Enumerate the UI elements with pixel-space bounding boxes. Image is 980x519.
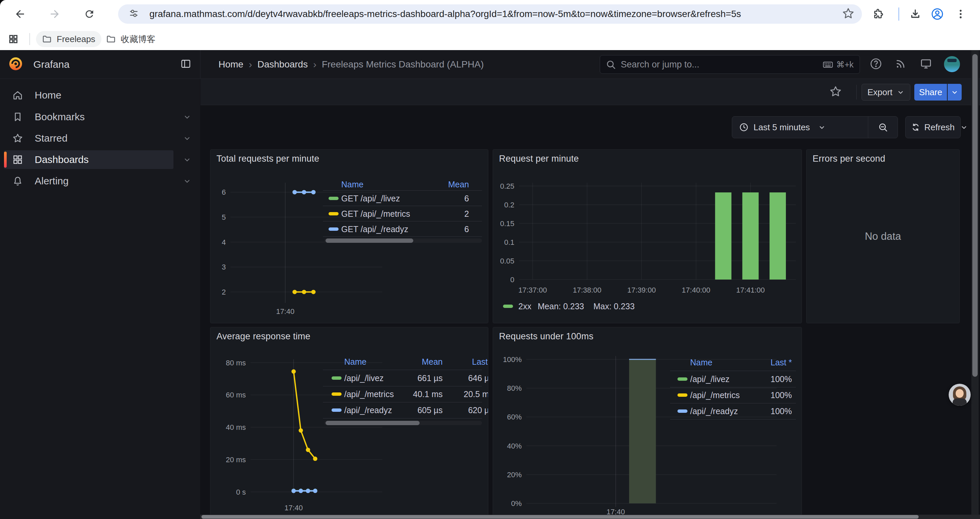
help-button[interactable] [870,57,882,72]
search-shortcut: ⌘+k [822,59,854,70]
sidebar-item-alerting[interactable]: Alerting [4,172,173,190]
legend-row[interactable]: /api/_/metrics40.1 ms20.5 ms [210,387,488,401]
sidebar-item-dashboards[interactable]: Dashboards [4,150,173,169]
legend-row[interactable]: /api/_/readyz605 µs620 µs [210,403,488,417]
legend-scrollbar-thumb[interactable] [326,421,420,425]
chevron-right-icon: › [308,59,322,70]
export-button[interactable]: Export [862,84,910,101]
sidebar-item-label: Starred [35,133,67,144]
bookmarks-divider [29,33,30,45]
extensions-button[interactable] [869,5,887,23]
chevron-down-icon[interactable] [183,134,191,143]
extensions-puzzle-icon [872,8,884,20]
sidebar-item-label: Home [35,89,61,101]
horizontal-scrollbar[interactable] [200,515,980,519]
legend-scrollbar-thumb[interactable] [326,238,413,243]
legend-row[interactable]: GET /api/_/readyz6 [210,222,488,236]
legend-value: 646 µs [210,371,488,385]
legend-header: NameLast * [493,355,802,370]
panel-title[interactable]: Average response time [216,331,310,342]
breadcrumb-home[interactable]: Home [218,59,243,70]
url-text[interactable]: grafana.mathmast.com/d/deytv4rwavabkb/fr… [150,4,741,24]
toolbar-divider [898,7,899,21]
legend-separator [323,370,482,370]
sidebar-item-starred[interactable]: Starred [4,129,173,148]
url-bar[interactable]: grafana.mathmast.com/d/deytv4rwavabkb/fr… [118,4,862,24]
zoom-out-button[interactable] [868,122,897,133]
dashboard-header: Export Share [200,79,980,105]
downloads-button[interactable] [906,5,924,23]
vertical-scrollbar[interactable] [971,50,978,519]
series-color-swatch [503,305,513,308]
browser-toolbar: grafana.mathmast.com/d/deytv4rwavabkb/fr… [0,0,980,29]
grafana-logo[interactable] [8,56,23,73]
refresh-button[interactable]: Refresh [905,122,960,133]
monitor-icon [920,57,932,70]
panel-legend: NameMeanLast */api/_/livez661 µs646 µs/a… [210,327,488,519]
legend-column-name[interactable]: Last * [210,355,488,369]
bookmark-folder-label: 收藏博客 [121,34,156,45]
legend-column-name[interactable]: Last * [493,355,792,370]
legend-row[interactable]: /api/_/metrics100% [493,388,802,402]
share-button[interactable]: Share [914,84,947,101]
floating-assistant-avatar[interactable] [949,384,970,406]
legend-separator [323,206,482,206]
sidebar-item-bookmarks[interactable]: Bookmarks [4,107,173,126]
panel-title[interactable]: Total requests per minute [216,153,319,164]
legend-separator [670,419,796,420]
sidebar-item-label: Alerting [35,175,69,187]
legend-row[interactable]: GET /api/_/metrics2 [210,206,488,221]
breadcrumb-dashboards[interactable]: Dashboards [258,59,308,70]
bookmark-star-icon[interactable] [842,7,854,21]
legend-row[interactable]: 2xxMean: 0.233Max: 0.233 [493,299,802,314]
bookmark-folder-freeleaps[interactable]: Freeleaps [36,31,102,47]
favorite-star-button[interactable] [829,85,842,99]
menu-button[interactable] [951,5,970,23]
folder-icon [42,34,52,44]
star-icon [829,85,842,98]
site-settings-icon[interactable] [128,8,139,21]
time-range-picker[interactable]: Last 5 minutes [732,122,868,133]
sidebar-item-home[interactable]: Home [4,86,173,105]
topnav-divider [200,50,200,78]
scrollbar-thumb[interactable] [202,515,919,519]
scrollbar-thumb[interactable] [972,54,978,377]
search-input[interactable]: Search or jump to... ⌘+k [600,55,860,74]
sidebar-nav: Home Bookmarks Starred Dashboards Alerti… [0,79,200,519]
legend-separator [323,402,482,402]
back-icon [14,8,26,20]
profile-button[interactable] [928,5,947,23]
download-icon [909,8,921,20]
forward-button[interactable] [45,5,64,23]
help-icon [870,57,882,70]
legend-series-name[interactable]: 2xx [519,299,531,314]
dock-menu-button[interactable] [180,58,191,71]
panel-errors-per-second: No data Errors per second [806,149,960,323]
news-button[interactable] [895,58,907,71]
chevron-down-icon[interactable] [183,113,191,121]
chevron-down-icon[interactable] [183,155,191,164]
apps-icon [12,154,23,165]
bookmark-folder-blogs[interactable]: 收藏博客 [100,31,161,47]
reload-button[interactable] [80,5,99,23]
chevron-down-icon[interactable] [183,177,191,185]
display-button[interactable] [920,57,932,72]
bookmark-icon [12,111,23,123]
side-panel-button[interactable] [5,30,22,48]
back-button[interactable] [11,5,29,23]
share-dropdown-button[interactable] [948,84,962,101]
legend-row[interactable]: GET /api/_/livez6 [210,191,488,206]
clock-icon [739,122,749,132]
avatar-face [956,389,964,398]
panel-title[interactable]: Request per minute [499,153,579,164]
legend-row[interactable]: /api/_/livez100% [493,372,802,386]
user-avatar[interactable] [944,56,960,72]
panel-title[interactable]: Requests under 100ms [499,331,593,342]
legend-column-name[interactable]: Mean [210,177,469,192]
legend-row[interactable]: /api/_/livez661 µs646 µs [210,371,488,385]
legend-row[interactable]: /api/_/readyz100% [493,404,802,418]
panel-title[interactable]: Errors per second [813,153,885,164]
legend-separator [323,418,482,418]
refresh-interval-button[interactable] [960,123,968,131]
bookmarks-bar: Freeleaps 收藏博客 [0,29,980,50]
